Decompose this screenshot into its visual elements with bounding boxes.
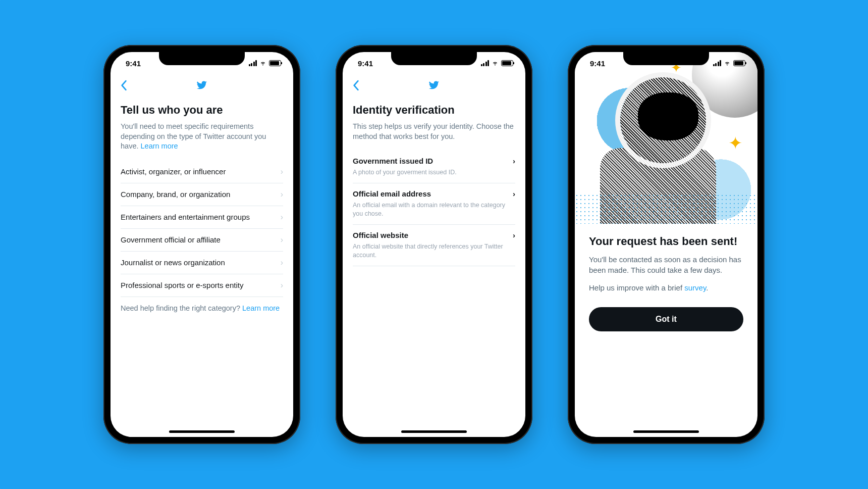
survey-suffix: . [706,283,708,292]
battery-icon [733,60,745,66]
option-desc: An official website that directly refere… [353,242,515,260]
hero-illustration: ✦ ✦ [575,52,757,224]
option-official-website[interactable]: Official website › An official website t… [353,225,515,266]
category-item-sports[interactable]: Professional sports or e-sports entity › [121,274,283,297]
notch [391,52,477,65]
phone-mockup-2: 9:41 Identity verification This step hel… [336,45,532,444]
chevron-right-icon: › [281,281,283,290]
signal-icon [249,60,257,66]
battery-icon [269,60,281,66]
twitter-logo-icon [195,80,208,91]
home-indicator[interactable] [401,430,467,433]
got-it-button[interactable]: Got it [589,307,743,331]
twitter-logo-icon [427,80,441,91]
nav-bar [343,74,525,96]
back-button[interactable] [118,79,130,91]
wifi-icon [491,60,499,66]
status-time: 9:41 [358,59,373,68]
chevron-right-icon: › [513,157,515,165]
sparkle-icon: ✦ [728,133,742,153]
chevron-right-icon: › [281,190,283,199]
option-title: Government issued ID [353,157,433,165]
option-title: Official website [353,231,408,239]
phone-mockup-1: 9:41 Tell us who you are You'll need to … [103,45,300,444]
chevron-right-icon: › [281,213,283,222]
content-area: Identity verification This step helps us… [343,96,525,437]
option-desc: An official email with a domain relevant… [353,201,515,218]
battery-icon [501,60,513,66]
body-text: You'll be contacted as soon as a decisio… [589,254,743,275]
category-label: Journalist or news organization [121,258,225,267]
phone-mockup-3: 9:41 ✦ ✦ Your request has been sent! You… [568,45,765,444]
category-item-entertainers[interactable]: Entertainers and entertainment groups › [121,206,283,229]
option-government-id[interactable]: Government issued ID › A photo of your g… [353,151,515,183]
home-indicator[interactable] [169,430,235,433]
category-item-government[interactable]: Government official or affiliate › [121,229,283,252]
screen-1: 9:41 Tell us who you are You'll need to … [111,52,293,437]
category-item-company[interactable]: Company, brand, or organization › [121,183,283,206]
status-time: 9:41 [126,59,141,68]
status-icons [249,60,282,66]
chevron-right-icon: › [281,167,283,176]
screen-3: 9:41 ✦ ✦ Your request has been sent! You… [575,52,757,437]
category-label: Company, brand, or organization [121,190,230,199]
survey-prefix: Help us improve with a brief [589,283,684,292]
content-area: Your request has been sent! You'll be co… [575,224,757,331]
home-indicator[interactable] [633,430,699,433]
back-button[interactable] [350,79,362,91]
screen-2: 9:41 Identity verification This step hel… [343,52,525,437]
category-label: Professional sports or e-sports entity [121,281,243,289]
option-title: Official email address [353,189,431,198]
category-label: Government official or affiliate [121,235,221,244]
page-title: Your request has been sent! [589,235,743,248]
chevron-left-icon [120,80,127,91]
status-icons [481,60,514,66]
survey-link[interactable]: survey [684,283,706,292]
category-label: Activist, organizer, or influencer [121,167,226,176]
page-title: Tell us who you are [121,104,283,117]
notch [159,52,245,65]
option-desc: A photo of your goverment issued ID. [353,168,515,177]
chevron-right-icon: › [513,189,515,198]
status-time: 9:41 [590,59,605,68]
page-subtitle: This step helps us verify your identity.… [353,122,515,141]
chevron-right-icon: › [513,231,515,239]
nav-bar [111,74,293,96]
signal-icon [713,60,722,66]
help-text: Need help finding the right category? Le… [121,297,283,312]
category-item-journalist[interactable]: Journalist or news organization › [121,252,283,274]
status-icons [713,60,746,66]
signal-icon [481,60,490,66]
content-area: Tell us who you are You'll need to meet … [111,96,293,437]
category-item-activist[interactable]: Activist, organizer, or influencer › [121,161,283,183]
help-prefix: Need help finding the right category? [121,304,242,312]
wifi-icon [723,60,731,66]
learn-more-link[interactable]: Learn more [141,142,178,150]
category-label: Entertainers and entertainment groups [121,213,250,221]
survey-line: Help us improve with a brief survey. [589,282,743,293]
chevron-left-icon [352,80,359,91]
status-bar: 9:41 [575,52,757,74]
option-official-email[interactable]: Official email address › An official ema… [353,183,515,225]
page-subtitle: You'll need to meet specific requirement… [121,122,283,152]
chevron-right-icon: › [281,235,283,244]
chevron-right-icon: › [281,258,283,267]
help-learn-more-link[interactable]: Learn more [242,304,280,312]
dotted-wave [575,193,757,224]
wifi-icon [259,60,267,66]
page-title: Identity verification [353,104,515,117]
